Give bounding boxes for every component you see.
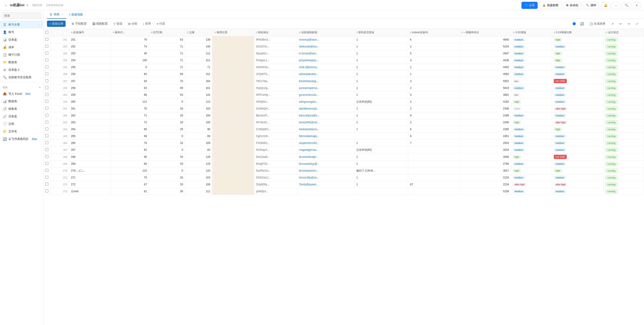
row-checkbox[interactable] [46,176,48,179]
col-test-result[interactable]: #3-24测速结果 [552,29,604,36]
add-button[interactable]: + [633,2,640,8]
share2-button[interactable]: ↗ [609,21,616,26]
expand-button[interactable]: ⤢ [634,21,640,26]
sidebar-item-google-check[interactable]: 🔍 谷歌账号安全检查 [0,74,43,81]
row-checkbox[interactable] [46,86,48,89]
token2-cell: 70 [149,78,185,85]
row-checkbox[interactable] [46,45,48,48]
location-cell [212,64,254,71]
sidebar-item-doc[interactable]: 📄 文档 [0,120,43,128]
sidebar-item-import-excel[interactable]: 📥 导入 Excel Beta [0,90,43,98]
new-view-button[interactable]: + 新建视图 [67,12,85,18]
auto-button[interactable]: ⚙ 自动化 [563,2,581,9]
share-button[interactable]: 🌐 分享 [522,2,538,9]
col-todesk[interactable]: #todesk设备码 [408,29,460,36]
col-latest-code[interactable]: #最终代... [111,29,149,36]
refresh-button[interactable]: 🔄 [578,21,586,26]
row-checkbox[interactable] [46,58,48,62]
row-checkbox[interactable] [46,38,48,41]
dashboard2-icon: ⊙ [3,68,7,72]
filter-icon: ▽ [114,22,116,26]
row-checkbox-cell [44,43,50,50]
search-input[interactable] [2,12,42,19]
sidebar-item-account[interactable]: 👤 账号 [0,28,43,36]
row-checkbox[interactable] [46,155,48,158]
chevron-down-icon[interactable]: ▾ [39,86,40,89]
row-checkbox[interactable] [46,72,48,75]
pw-changed-cell: 被封了,已申诉... [354,168,408,174]
filter-button[interactable]: ▽ 筛选 [111,20,124,27]
favorite-icon[interactable]: ★ [26,4,29,7]
advanced-button[interactable]: 🔒 高级权限 [540,2,561,9]
sidebar-item-folder[interactable]: 📁 文件夹 [0,128,43,135]
row-checkbox[interactable] [46,79,48,82]
row-checkbox-cell [44,105,50,112]
row-checkbox[interactable] [46,120,48,124]
undo-button[interactable]: ↩ [617,21,624,26]
sidebar-item-data-table-new[interactable]: 📊 数据表 [0,98,43,105]
generate-bill-button[interactable]: 📋 生成表单 [587,20,608,27]
col-wallet[interactable]: #钱包地址 [254,29,297,36]
sort-button[interactable]: ↕ 排序 [141,20,153,27]
tab-table[interactable]: ☰ 表格 ··· [47,11,66,18]
col-machine-id[interactable]: A机器编号 [69,29,111,36]
row-checkbox[interactable] [46,100,48,103]
row-checkbox[interactable] [46,183,48,186]
row-checkbox[interactable] [46,128,48,130]
col-token2[interactable]: #代币2期 [149,29,185,36]
sidebar-item-sync-feishu[interactable]: 🔄 从飞书表格同步 Beta [0,135,43,143]
more-button[interactable]: ··· [612,2,620,8]
sidebar-item-dashboard-new[interactable]: 📈 仪表盘 [0,112,43,120]
run-status-cell: running [604,57,644,64]
select-all-checkbox[interactable] [46,31,48,34]
sidebar-item-more-icon[interactable]: ··· [38,23,40,26]
view-config-button[interactable]: 🖼 视图配置 [90,20,110,27]
sidebar-item-collect-form[interactable]: 📝 收集表 [0,105,43,112]
tab-settings-icon[interactable]: ··· [61,13,64,16]
sidebar-item-dashboard2[interactable]: ⊙ 仪表盘 2 [0,66,43,74]
col-run-status[interactable]: ⊙运行状态 [604,29,644,36]
sidebar-item-cost[interactable]: 💰 成本 [0,44,43,51]
sidebar-item-dashboard[interactable]: 📊 仪表盘 [0,36,43,44]
row-checkbox[interactable] [46,141,48,144]
speed-cell: high [511,154,552,160]
col-pw-changed[interactable]: #密码是否更改 [354,29,408,36]
row-checkbox[interactable] [46,114,48,116]
last-score-cell: 2847 [460,50,511,57]
machine-id-cell: 259 [69,92,111,98]
bell-button[interactable]: 🔔 [601,2,610,8]
sidebar-item-data-table[interactable]: 📁 数据表 [0,58,43,66]
last-score-cell: 2346 [460,119,511,126]
col-speed[interactable]: ⊙3-30测速 [511,29,552,36]
speed-cell: medium [511,174,552,181]
todesk-cell: 1 [408,71,460,78]
add-record-button[interactable]: + 添加记录 [47,20,66,27]
machine-id-cell: 269 [69,160,111,168]
field-config-button[interactable]: ⚙ 字段配置 [69,20,89,27]
group-button[interactable]: ⊞ 分组 [126,20,140,27]
row-checkbox[interactable] [46,190,48,192]
col-total[interactable]: ∑总量 [185,29,212,36]
run-status-cell: running [604,78,644,85]
col-google-email[interactable]: A谷歌辅助邮箱 [297,29,354,36]
row-checkbox[interactable] [46,162,48,165]
row-height-button[interactable]: ≡ 行高 [154,20,167,27]
row-checkbox[interactable] [46,66,48,68]
back-button[interactable]: ‹ [4,2,8,8]
sidebar-item-account-all[interactable]: ☰ 账号全量 ··· [0,21,43,28]
redo-button[interactable]: ↪ [626,21,632,26]
pw-changed-cell: 1 [354,119,408,126]
row-checkbox[interactable] [46,148,48,151]
row-checkbox[interactable] [46,107,48,110]
plugin-button[interactable]: 🔧 插件 [583,2,599,9]
row-checkbox[interactable] [46,134,48,137]
row-checkbox[interactable] [46,52,48,54]
sidebar-item-ladder[interactable]: 📋 梯子订阅 [0,51,43,58]
search-button[interactable]: 🔍 [622,2,631,8]
col-location[interactable]: ⊙物理位置 [212,29,254,36]
todesk-cell [408,160,460,168]
row-checkbox[interactable] [46,93,48,96]
latest-code-cell: 94 [111,78,149,85]
col-last-score[interactable]: #一期最终积分 [460,29,511,36]
row-checkbox[interactable] [46,169,48,172]
